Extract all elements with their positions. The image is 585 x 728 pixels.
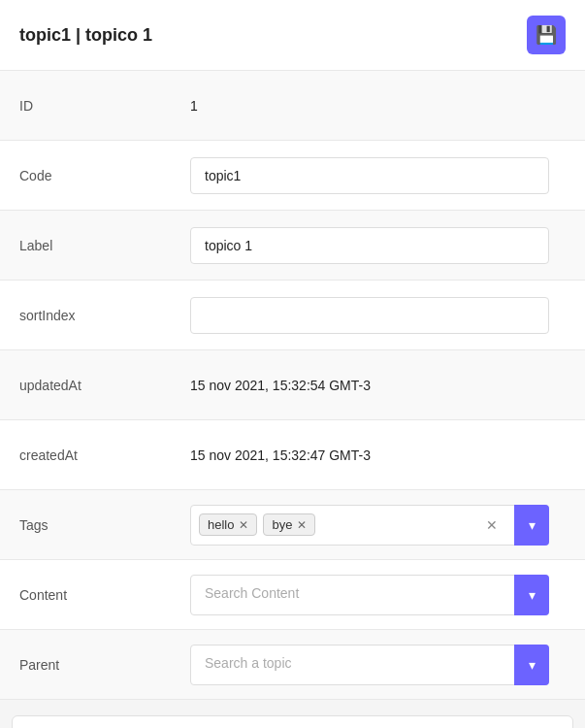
field-row-label: Label — [0, 211, 585, 281]
field-row-createdat: createdAt 15 nov 2021, 15:32:47 GMT-3 — [0, 420, 585, 490]
content-dropdown-button[interactable] — [514, 575, 549, 615]
label-label: Label — [0, 222, 175, 269]
code-field-container — [175, 146, 585, 206]
header-row: topic1 | topico 1 💾 — [0, 0, 585, 71]
sortindex-field-container — [175, 285, 585, 346]
tag-bye-label: bye — [272, 517, 292, 532]
field-row-parent: Parent Search a topic — [0, 630, 585, 700]
tags-clear-button[interactable] — [486, 517, 498, 533]
parent-field-container: Search a topic — [175, 633, 585, 697]
child-card-header: topic2 | topic 2 ✏ — [13, 716, 572, 728]
tag-bye-remove[interactable] — [297, 519, 307, 531]
chevron-down-icon — [529, 587, 536, 603]
id-value: 1 — [175, 86, 585, 125]
tag-hello-label: hello — [208, 517, 234, 532]
content-search-wrapper: Search Content — [190, 575, 549, 615]
parent-search-input[interactable]: Search a topic — [190, 645, 549, 685]
parent-label: Parent — [0, 642, 175, 688]
field-row-tags: Tags hello bye — [0, 490, 585, 560]
sortindex-input[interactable] — [190, 297, 549, 334]
id-label: ID — [0, 83, 175, 129]
field-row-content: Content Search Content — [0, 560, 585, 630]
parent-dropdown-button[interactable] — [514, 645, 549, 685]
field-row-id: ID 1 — [0, 71, 585, 141]
tag-hello-remove[interactable] — [239, 519, 248, 531]
tags-field-container: hello bye — [175, 493, 585, 557]
code-input[interactable] — [190, 157, 549, 194]
label-field-container — [175, 215, 585, 276]
code-label: Code — [0, 152, 175, 199]
field-row-code: Code — [0, 141, 585, 211]
field-row-updatedat: updatedAt 15 nov 2021, 15:32:54 GMT-3 — [0, 350, 585, 420]
field-row-sortindex: sortIndex — [0, 281, 585, 350]
createdat-label: createdAt — [0, 432, 175, 479]
tag-chip-bye: bye — [263, 513, 315, 536]
save-button[interactable]: 💾 — [527, 16, 566, 54]
label-input[interactable] — [190, 227, 549, 264]
tag-chip-hello: hello — [199, 513, 257, 536]
content-label: Content — [0, 572, 175, 618]
tags-inner: hello bye — [190, 505, 549, 546]
tags-wrapper: hello bye — [190, 505, 549, 546]
tags-dropdown-button[interactable] — [514, 505, 549, 546]
chevron-down-icon — [529, 657, 536, 673]
sortindex-label: sortIndex — [0, 292, 175, 339]
chevron-down-icon — [529, 517, 536, 533]
parent-search-wrapper: Search a topic — [190, 645, 549, 685]
updatedat-value: 15 nov 2021, 15:32:54 GMT-3 — [175, 366, 585, 405]
content-search-input[interactable]: Search Content — [190, 575, 549, 615]
save-icon: 💾 — [536, 24, 557, 46]
page-title: topic1 | topico 1 — [19, 25, 152, 46]
createdat-value: 15 nov 2021, 15:32:47 GMT-3 — [175, 436, 585, 475]
content-field-container: Search Content — [175, 563, 585, 627]
updatedat-label: updatedAt — [0, 362, 175, 409]
page-container: topic1 | topico 1 💾 ID 1 Code Label sort… — [0, 0, 585, 728]
tags-label: Tags — [0, 502, 175, 548]
child-card: topic2 | topic 2 ✏ — [12, 715, 573, 728]
